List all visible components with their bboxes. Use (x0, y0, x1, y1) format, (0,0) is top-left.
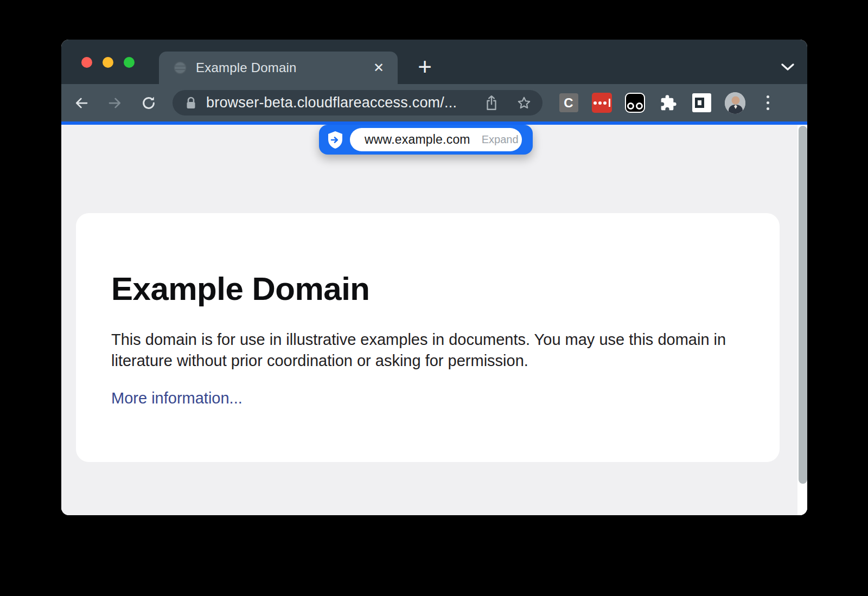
url-text: browser-beta.cloudflareaccess.com/... (206, 94, 481, 111)
minimize-window-button[interactable] (103, 57, 113, 68)
extensions-row: C (558, 84, 778, 121)
tab-example-domain[interactable]: Example Domain ✕ (159, 52, 398, 84)
back-button[interactable] (71, 93, 92, 113)
scrollbar-thumb[interactable] (799, 126, 807, 484)
browser-window: Example Domain ✕ + (61, 40, 807, 515)
close-window-button[interactable] (81, 57, 92, 68)
tab-title: Example Domain (196, 60, 369, 75)
c-extension-icon[interactable]: C (558, 93, 579, 113)
isolation-url-field: www.example.com Expand (350, 128, 522, 151)
new-tab-button[interactable]: + (411, 53, 439, 81)
zoom-window-button[interactable] (124, 57, 135, 68)
tab-search-chevron-icon[interactable] (775, 55, 800, 80)
page-body-text: This domain is for use in illustrative e… (111, 329, 735, 371)
more-information-link[interactable]: More information... (111, 389, 242, 407)
white-square-extension-icon[interactable] (691, 93, 712, 113)
bookmark-star-icon[interactable] (513, 92, 535, 114)
expand-button[interactable]: Expand (482, 133, 519, 146)
forward-button[interactable] (105, 93, 125, 113)
address-bar[interactable]: browser-beta.cloudflareaccess.com/... (173, 90, 542, 116)
isolation-url-pill[interactable]: www.example.com Expand (319, 125, 533, 155)
shield-icon (327, 131, 343, 149)
globe-favicon-icon (173, 61, 187, 75)
lastpass-extension-icon[interactable] (591, 93, 612, 113)
tab-strip: Example Domain ✕ + (61, 40, 807, 84)
browser-toolbar: browser-beta.cloudflareaccess.com/... C (61, 84, 807, 121)
page-title: Example Domain (111, 270, 780, 307)
share-icon[interactable] (481, 92, 502, 114)
content-card: Example Domain This domain is for use in… (76, 213, 780, 462)
window-controls (81, 57, 135, 68)
tab-close-icon[interactable]: ✕ (369, 59, 388, 77)
goggles-extension-icon[interactable] (625, 93, 646, 113)
reload-button[interactable] (138, 93, 159, 113)
profile-avatar[interactable] (725, 93, 745, 113)
isolated-hostname: www.example.com (365, 132, 470, 147)
lock-icon (186, 97, 196, 110)
page-viewport: www.example.com Expand Example Domain Th… (61, 125, 807, 515)
extensions-puzzle-icon[interactable] (658, 93, 679, 113)
browser-menu-icon[interactable] (758, 93, 778, 113)
